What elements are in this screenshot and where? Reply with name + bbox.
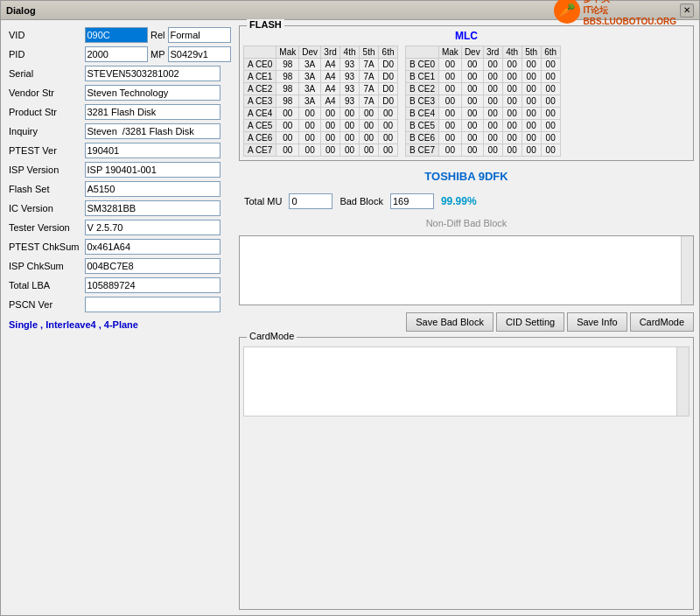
cell-value: 00 [299, 120, 321, 132]
cardmode-button[interactable]: CardMode [630, 312, 694, 332]
save-bad-block-button[interactable]: Save Bad Block [406, 312, 494, 332]
cell-value: 00 [502, 71, 522, 83]
cell-value: 93 [340, 71, 360, 83]
cell-value: 00 [483, 71, 502, 83]
cell-value: 7A [360, 59, 379, 71]
cell-value: A4 [321, 95, 340, 108]
col-header-blank [244, 46, 276, 59]
ptest-label: PTEST Ver [6, 141, 82, 160]
ptest-chk-input[interactable] [85, 239, 220, 255]
ptest-chk-label: PTEST ChkSum [6, 237, 82, 256]
bad-block-input[interactable] [390, 193, 434, 209]
col-header-4th-r: 4th [502, 46, 522, 59]
percent-text: 99.99% [441, 195, 477, 207]
save-info-button[interactable]: Save Info [567, 312, 626, 332]
cell-value: A4 [321, 83, 340, 95]
rel-input[interactable] [168, 27, 232, 43]
close-button[interactable]: ✕ [680, 4, 694, 18]
cell-value: 00 [276, 108, 299, 120]
row-label: A CE0 [244, 59, 276, 71]
cell-value: 3A [299, 83, 321, 95]
isp-chk-label: ISP ChkSum [6, 256, 82, 276]
total-lba-input[interactable] [85, 277, 220, 293]
cell-value: 00 [438, 108, 461, 120]
cell-value: 00 [541, 95, 560, 108]
cell-value: 00 [483, 120, 502, 132]
tester-input[interactable] [85, 220, 220, 235]
rel-label: Rel [150, 30, 165, 40]
ic-row: IC Version [6, 199, 234, 218]
total-mu-label: Total MU [244, 196, 282, 206]
table-row: A CE1983AA4937AD0 [244, 71, 398, 83]
cell-value: 98 [276, 95, 299, 108]
cid-setting-button[interactable]: CID Setting [496, 312, 564, 332]
row-label: B CE0 [406, 59, 439, 71]
left-flash-table: Mak Dev 3rd 4th 5th 6th A CE0983AA4937AD… [243, 46, 398, 157]
scrollbar[interactable] [681, 236, 693, 304]
cell-value: 00 [438, 144, 461, 157]
table-row: A CE6000000000000 [244, 132, 398, 144]
flash-group: FLASH MLC Mak Dev 3rd 4th 5th [239, 25, 694, 161]
total-mu-input[interactable] [289, 193, 332, 209]
cell-value: 00 [438, 71, 461, 83]
col-header-6th-r: 6th [541, 46, 560, 59]
cell-value: 00 [276, 132, 299, 144]
product-input[interactable] [85, 104, 220, 120]
cell-value: 00 [502, 108, 522, 120]
vid-input[interactable] [85, 27, 149, 43]
cell-value: 00 [461, 71, 483, 83]
table-row: A CE4000000000000 [244, 108, 398, 120]
flash-row: Flash Set [6, 179, 234, 199]
col-header-mak: Mak [276, 46, 299, 59]
ptest-input[interactable] [85, 143, 220, 158]
col-header-blank-r [406, 46, 439, 59]
cell-value: 00 [360, 120, 379, 132]
cell-value: 00 [483, 59, 502, 71]
row-label: B CE7 [406, 144, 439, 157]
cell-value: 00 [438, 83, 461, 95]
isp-chk-input[interactable] [85, 258, 220, 274]
cell-value: 7A [360, 95, 379, 108]
table-row: A CE2983AA4937AD0 [244, 83, 398, 95]
table-row: B CE7000000000000 [406, 144, 561, 157]
mp-input[interactable] [168, 46, 232, 62]
cardmode-group: CardMode [239, 337, 694, 610]
vendor-input[interactable] [85, 85, 220, 101]
cell-value: 00 [360, 144, 379, 157]
cell-value: 00 [276, 120, 299, 132]
cardmode-scrollbar[interactable] [676, 347, 689, 416]
row-label: A CE1 [244, 71, 276, 83]
cell-value: 00 [522, 120, 541, 132]
table-row: A CE0983AA4937AD0 [244, 59, 398, 71]
cell-value: 00 [541, 108, 560, 120]
ptest-row: PTEST Ver [6, 141, 234, 160]
total-lba-label: Total LBA [6, 276, 82, 295]
cell-value: D0 [379, 83, 398, 95]
cell-value: 00 [541, 59, 560, 71]
col-header-5th: 5th [360, 46, 379, 59]
cell-value: 00 [438, 132, 461, 144]
cell-value: 3A [299, 59, 321, 71]
cell-value: 00 [360, 132, 379, 144]
cell-value: 00 [438, 59, 461, 71]
inquiry-input[interactable] [85, 123, 220, 139]
cell-value: 00 [461, 59, 483, 71]
vid-row: VID Rel [6, 25, 234, 45]
flash-input[interactable] [85, 181, 220, 197]
inquiry-label: Inquiry [6, 122, 82, 141]
ic-input[interactable] [85, 200, 220, 216]
cell-value: 7A [360, 71, 379, 83]
row-label: A CE6 [244, 132, 276, 144]
pid-label: PID [6, 45, 82, 64]
pid-input[interactable] [85, 46, 149, 62]
cell-value: 00 [522, 83, 541, 95]
cell-value: 00 [340, 132, 360, 144]
cell-value: 93 [340, 59, 360, 71]
serial-input[interactable] [85, 66, 220, 81]
vid-label: VID [6, 25, 82, 45]
pscn-input[interactable] [85, 297, 220, 312]
table-row: B CE3000000000000 [406, 95, 561, 108]
cell-value: 98 [276, 59, 299, 71]
isp-input[interactable] [85, 162, 220, 178]
cell-value: D0 [379, 71, 398, 83]
